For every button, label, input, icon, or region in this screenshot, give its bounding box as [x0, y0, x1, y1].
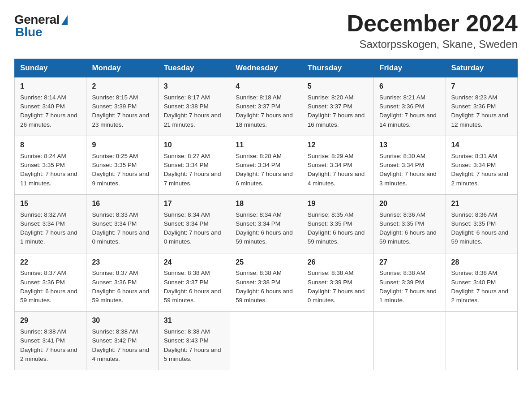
logo-triangle-icon — [61, 15, 68, 25]
day-cell: 3Sunrise: 8:17 AMSunset: 3:38 PMDaylight… — [158, 77, 230, 136]
day-cell: 4Sunrise: 8:18 AMSunset: 3:37 PMDaylight… — [230, 77, 302, 136]
day-number: 2 — [92, 81, 152, 92]
week-row-4: 22Sunrise: 8:37 AMSunset: 3:36 PMDayligh… — [15, 253, 518, 312]
day-number: 22 — [20, 257, 81, 268]
day-info: Sunrise: 8:14 AMSunset: 3:40 PMDaylight:… — [20, 93, 81, 129]
day-info: Sunrise: 8:34 AMSunset: 3:34 PMDaylight:… — [164, 210, 224, 247]
day-cell: 5Sunrise: 8:20 AMSunset: 3:37 PMDaylight… — [302, 77, 373, 136]
week-row-3: 15Sunrise: 8:32 AMSunset: 3:34 PMDayligh… — [15, 194, 518, 253]
day-info: Sunrise: 8:24 AMSunset: 3:35 PMDaylight:… — [20, 152, 81, 188]
day-cell: 28Sunrise: 8:38 AMSunset: 3:40 PMDayligh… — [446, 253, 517, 312]
day-number: 21 — [451, 198, 512, 210]
day-number: 6 — [379, 81, 440, 92]
day-cell — [302, 312, 373, 370]
day-info: Sunrise: 8:38 AMSunset: 3:43 PMDaylight:… — [164, 327, 224, 364]
day-info: Sunrise: 8:35 AMSunset: 3:35 PMDaylight:… — [308, 210, 368, 247]
day-cell: 24Sunrise: 8:38 AMSunset: 3:37 PMDayligh… — [158, 253, 230, 312]
day-number: 4 — [236, 81, 296, 92]
day-number: 14 — [451, 140, 512, 151]
day-cell: 10Sunrise: 8:27 AMSunset: 3:34 PMDayligh… — [158, 136, 230, 194]
day-number: 31 — [164, 315, 224, 326]
day-cell: 7Sunrise: 8:23 AMSunset: 3:36 PMDaylight… — [446, 77, 517, 136]
day-cell: 22Sunrise: 8:37 AMSunset: 3:36 PMDayligh… — [15, 253, 86, 312]
day-number: 15 — [20, 198, 81, 210]
day-info: Sunrise: 8:20 AMSunset: 3:37 PMDaylight:… — [308, 93, 368, 129]
day-info: Sunrise: 8:31 AMSunset: 3:34 PMDaylight:… — [451, 152, 512, 188]
day-info: Sunrise: 8:21 AMSunset: 3:36 PMDaylight:… — [379, 93, 440, 129]
day-info: Sunrise: 8:38 AMSunset: 3:41 PMDaylight:… — [20, 327, 81, 364]
day-info: Sunrise: 8:15 AMSunset: 3:39 PMDaylight:… — [92, 93, 152, 129]
header-saturday: Saturday — [446, 59, 517, 77]
day-cell — [374, 312, 446, 370]
day-info: Sunrise: 8:29 AMSunset: 3:34 PMDaylight:… — [308, 152, 368, 188]
day-cell: 19Sunrise: 8:35 AMSunset: 3:35 PMDayligh… — [302, 194, 373, 253]
day-number: 25 — [236, 257, 296, 268]
day-number: 13 — [379, 140, 440, 151]
day-info: Sunrise: 8:33 AMSunset: 3:34 PMDaylight:… — [92, 210, 152, 247]
day-number: 12 — [308, 140, 368, 151]
day-info: Sunrise: 8:28 AMSunset: 3:34 PMDaylight:… — [236, 152, 296, 188]
day-cell — [446, 312, 517, 370]
day-cell: 8Sunrise: 8:24 AMSunset: 3:35 PMDaylight… — [15, 136, 86, 194]
day-number: 5 — [308, 81, 368, 92]
day-number: 9 — [92, 140, 152, 151]
title-block: December 2024 Saxtorpsskogen, Skane, Swe… — [347, 11, 518, 51]
day-number: 3 — [164, 81, 224, 92]
day-cell: 11Sunrise: 8:28 AMSunset: 3:34 PMDayligh… — [230, 136, 302, 194]
day-cell: 31Sunrise: 8:38 AMSunset: 3:43 PMDayligh… — [158, 312, 230, 370]
day-info: Sunrise: 8:37 AMSunset: 3:36 PMDaylight:… — [92, 269, 152, 305]
day-info: Sunrise: 8:34 AMSunset: 3:34 PMDaylight:… — [236, 210, 296, 247]
day-info: Sunrise: 8:36 AMSunset: 3:35 PMDaylight:… — [451, 210, 512, 247]
page-header: General Blue December 2024 Saxtorpsskoge… — [14, 11, 518, 51]
day-number: 30 — [92, 315, 152, 326]
calendar-table: SundayMondayTuesdayWednesdayThursdayFrid… — [14, 59, 518, 370]
week-row-1: 1Sunrise: 8:14 AMSunset: 3:40 PMDaylight… — [15, 77, 518, 136]
day-number: 17 — [164, 198, 224, 210]
day-cell: 27Sunrise: 8:38 AMSunset: 3:39 PMDayligh… — [374, 253, 446, 312]
day-info: Sunrise: 8:38 AMSunset: 3:37 PMDaylight:… — [164, 269, 224, 305]
day-cell: 29Sunrise: 8:38 AMSunset: 3:41 PMDayligh… — [15, 312, 86, 370]
day-number: 20 — [379, 198, 440, 210]
day-cell: 15Sunrise: 8:32 AMSunset: 3:34 PMDayligh… — [15, 194, 86, 253]
header-thursday: Thursday — [302, 59, 373, 77]
day-number: 1 — [20, 81, 81, 92]
day-number: 28 — [451, 257, 512, 268]
day-info: Sunrise: 8:27 AMSunset: 3:34 PMDaylight:… — [164, 152, 224, 188]
day-info: Sunrise: 8:38 AMSunset: 3:39 PMDaylight:… — [308, 269, 368, 305]
day-info: Sunrise: 8:30 AMSunset: 3:34 PMDaylight:… — [379, 152, 440, 188]
day-cell: 1Sunrise: 8:14 AMSunset: 3:40 PMDaylight… — [15, 77, 86, 136]
header-tuesday: Tuesday — [158, 59, 230, 77]
day-number: 18 — [236, 198, 296, 210]
header-friday: Friday — [374, 59, 446, 77]
day-cell: 2Sunrise: 8:15 AMSunset: 3:39 PMDaylight… — [86, 77, 158, 136]
day-cell: 16Sunrise: 8:33 AMSunset: 3:34 PMDayligh… — [86, 194, 158, 253]
day-number: 11 — [236, 140, 296, 151]
day-number: 24 — [164, 257, 224, 268]
page-subtitle: Saxtorpsskogen, Skane, Sweden — [347, 38, 518, 51]
week-row-5: 29Sunrise: 8:38 AMSunset: 3:41 PMDayligh… — [15, 312, 518, 370]
day-cell: 13Sunrise: 8:30 AMSunset: 3:34 PMDayligh… — [374, 136, 446, 194]
day-number: 19 — [308, 198, 368, 210]
day-number: 29 — [20, 315, 81, 326]
day-info: Sunrise: 8:32 AMSunset: 3:34 PMDaylight:… — [20, 210, 81, 247]
day-cell: 12Sunrise: 8:29 AMSunset: 3:34 PMDayligh… — [302, 136, 373, 194]
day-number: 26 — [308, 257, 368, 268]
day-info: Sunrise: 8:17 AMSunset: 3:38 PMDaylight:… — [164, 93, 224, 129]
day-info: Sunrise: 8:38 AMSunset: 3:40 PMDaylight:… — [451, 269, 512, 305]
header-monday: Monday — [86, 59, 158, 77]
day-cell: 25Sunrise: 8:38 AMSunset: 3:38 PMDayligh… — [230, 253, 302, 312]
day-info: Sunrise: 8:18 AMSunset: 3:37 PMDaylight:… — [236, 93, 296, 129]
day-number: 27 — [379, 257, 440, 268]
day-cell: 20Sunrise: 8:36 AMSunset: 3:35 PMDayligh… — [374, 194, 446, 253]
day-info: Sunrise: 8:36 AMSunset: 3:35 PMDaylight:… — [379, 210, 440, 247]
day-number: 7 — [451, 81, 512, 92]
page-title: December 2024 — [347, 11, 518, 36]
day-info: Sunrise: 8:38 AMSunset: 3:42 PMDaylight:… — [92, 327, 152, 364]
day-cell: 23Sunrise: 8:37 AMSunset: 3:36 PMDayligh… — [86, 253, 158, 312]
header-wednesday: Wednesday — [230, 59, 302, 77]
week-row-2: 8Sunrise: 8:24 AMSunset: 3:35 PMDaylight… — [15, 136, 518, 194]
day-cell: 30Sunrise: 8:38 AMSunset: 3:42 PMDayligh… — [86, 312, 158, 370]
day-cell: 26Sunrise: 8:38 AMSunset: 3:39 PMDayligh… — [302, 253, 373, 312]
day-info: Sunrise: 8:37 AMSunset: 3:36 PMDaylight:… — [20, 269, 81, 305]
day-info: Sunrise: 8:23 AMSunset: 3:36 PMDaylight:… — [451, 93, 512, 129]
